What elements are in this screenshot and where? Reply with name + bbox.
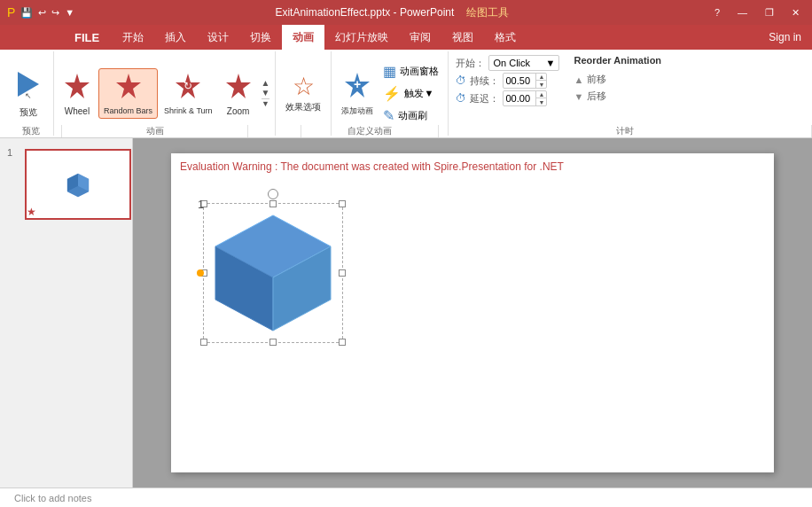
cube-number: 1: [198, 198, 204, 211]
trigger-label: 触发▼: [404, 87, 433, 100]
effects-label: 效果选项: [285, 101, 321, 113]
delay-input[interactable]: ▲ ▼: [503, 90, 547, 106]
rotate-handle[interactable]: [268, 189, 278, 199]
shrink-turn-btn[interactable]: ↻ Shrink & Turn: [160, 69, 217, 118]
random-bars-icon: [114, 72, 143, 105]
quick-save-btn[interactable]: 💾: [20, 7, 33, 19]
start-row: 开始： On Click ▼: [456, 55, 559, 71]
preview-label: 预览: [20, 106, 37, 119]
animation-panel-row: + 添加动画 ▦ 动画窗格 ⚡ 触发▼ ✎ 动画刷: [337, 61, 442, 126]
tab-start[interactable]: 开始: [112, 25, 154, 50]
handle-br[interactable]: [339, 339, 346, 346]
duration-spin: ▲ ▼: [535, 73, 546, 89]
slide-star: ★: [27, 206, 36, 218]
delay-field[interactable]: [504, 93, 535, 104]
group-animations: Wheel Random Bars ↻ Sh: [54, 51, 276, 136]
delay-up-btn[interactable]: ▲: [536, 90, 546, 98]
slide-canvas[interactable]: Evaluation Warning : The document was cr…: [133, 138, 812, 488]
tab-format[interactable]: 格式: [484, 25, 527, 50]
slide-number: 1: [7, 147, 12, 158]
handle-bc[interactable]: [269, 339, 277, 346]
handle-tr[interactable]: [339, 200, 346, 207]
add-animation-btn[interactable]: + 添加动画: [337, 68, 378, 120]
title-center: ExitAnimationEffect.pptx - PowerPoint 绘图…: [74, 5, 709, 20]
trigger-btn[interactable]: ⚡ 触发▼: [379, 83, 442, 104]
notes-placeholder: Click to add notes: [14, 493, 91, 503]
animation-panel-btn[interactable]: ▦ 动画窗格: [379, 61, 442, 82]
duration-up-btn[interactable]: ▲: [536, 73, 546, 81]
add-animation-icon: +: [343, 71, 371, 104]
tab-transitions[interactable]: 切换: [239, 25, 282, 50]
customize-btn[interactable]: ▼: [65, 7, 74, 18]
start-value: On Click: [493, 58, 530, 68]
minimize-btn[interactable]: —: [732, 5, 753, 20]
orange-dot: [197, 269, 204, 277]
group-reorder: Reorder Animation ▲ 前移 ▼ 后移: [566, 51, 668, 136]
duration-label: 持续：: [470, 74, 499, 88]
scroll-more-btn[interactable]: ▼: [262, 98, 269, 108]
wheel-btn[interactable]: Wheel: [58, 69, 97, 119]
tab-design[interactable]: 设计: [197, 25, 239, 50]
zoom-label: Zoom: [227, 106, 250, 116]
duration-row: ⏱ 持续： ▲ ▼: [456, 73, 559, 89]
start-dropdown[interactable]: On Click ▼: [488, 55, 559, 71]
drawing-tools-label: 绘图工具: [466, 6, 509, 19]
preview-btn[interactable]: ↖ 预览: [9, 66, 48, 121]
cube-container[interactable]: 1: [207, 207, 340, 339]
animation-panel-label: 动画窗格: [400, 65, 439, 78]
move-earlier-icon: ▲: [574, 74, 583, 85]
delay-down-btn[interactable]: ▼: [536, 98, 546, 106]
animation-brush-btn[interactable]: ✎ 动画刷: [379, 105, 442, 126]
title-bar: P 💾 ↩ ↪ ▼ ExitAnimationEffect.pptx - Pow…: [0, 0, 812, 25]
svg-text:+: +: [354, 77, 361, 91]
slide-panel: 1 ★: [0, 138, 133, 488]
zoom-btn[interactable]: Zoom: [219, 69, 258, 119]
sign-in-btn[interactable]: Sign in: [758, 27, 812, 47]
animation-panel-icon: ▦: [383, 63, 396, 80]
restore-btn[interactable]: ❐: [760, 5, 779, 20]
duration-down-btn[interactable]: ▼: [536, 81, 546, 89]
dropdown-arrow-icon: ▼: [546, 58, 556, 68]
preview-icon: ↖: [14, 68, 43, 105]
random-bars-label: Random Bars: [104, 106, 152, 115]
group-custom-animation: + 添加动画 ▦ 动画窗格 ⚡ 触发▼ ✎ 动画刷: [332, 51, 449, 136]
redo-btn[interactable]: ↪: [51, 7, 59, 19]
slide-thumbnail[interactable]: [25, 149, 131, 220]
wheel-label: Wheel: [65, 106, 90, 116]
trigger-icon: ⚡: [383, 85, 401, 102]
effects-btn[interactable]: ☆ 效果选项: [281, 72, 325, 116]
group-preview: ↖ 预览: [4, 51, 54, 136]
move-later-btn[interactable]: ▼ 后移: [574, 90, 661, 103]
tab-insert[interactable]: 插入: [154, 25, 197, 50]
tab-view[interactable]: 视图: [441, 25, 484, 50]
ribbon-tabs: FILE 开始 插入 设计 切换 动画 幻灯片放映 审阅 视图 格式 Sign …: [0, 25, 812, 50]
duration-field[interactable]: [504, 75, 535, 86]
main-area: 1 ★ Evaluation Warning : The document wa…: [0, 138, 812, 488]
zoom-icon: [224, 72, 253, 105]
notes-bar[interactable]: Click to add notes: [0, 488, 812, 507]
duration-input[interactable]: ▲ ▼: [503, 73, 547, 89]
scroll-down-btn[interactable]: ▼: [262, 89, 270, 98]
delay-spin: ▲ ▼: [535, 90, 546, 106]
handle-bl[interactable]: [200, 339, 207, 346]
tab-review[interactable]: 审阅: [399, 25, 441, 50]
add-animation-label: 添加动画: [341, 105, 373, 117]
tab-slideshow[interactable]: 幻灯片放映: [324, 25, 399, 50]
undo-btn[interactable]: ↩: [38, 7, 46, 19]
reorder-title: Reorder Animation: [574, 55, 661, 66]
scroll-up-btn[interactable]: ▲: [262, 79, 270, 88]
delay-label-icon: ⏱: [456, 92, 466, 105]
tab-file[interactable]: FILE: [62, 25, 112, 50]
move-earlier-label: 前移: [587, 73, 606, 86]
duration-label-icon: ⏱: [456, 74, 466, 87]
handle-tc[interactable]: [269, 200, 277, 207]
help-btn[interactable]: ?: [709, 5, 725, 20]
handle-mr[interactable]: [339, 269, 346, 277]
move-earlier-btn[interactable]: ▲ 前移: [574, 73, 661, 86]
move-later-icon: ▼: [574, 91, 583, 102]
tab-animations[interactable]: 动画: [282, 25, 324, 50]
close-btn[interactable]: ✕: [786, 5, 805, 20]
random-bars-btn[interactable]: Random Bars: [98, 68, 158, 119]
preview-content: ↖ 预览: [9, 53, 48, 134]
thumb-cube-icon: [60, 167, 96, 202]
